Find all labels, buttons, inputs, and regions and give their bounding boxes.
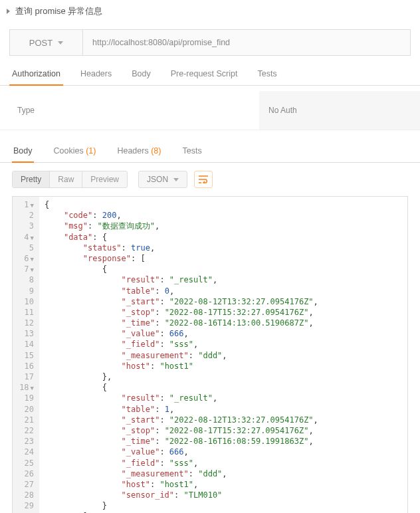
tab-tests[interactable]: Tests: [255, 62, 279, 85]
rtab-tests[interactable]: Tests: [181, 140, 203, 162]
request-tabs: Authorization Headers Body Pre-request S…: [0, 62, 420, 86]
response-editor[interactable]: 1▼2 3 4▼5 6▼7▼8 9 10 11 12 13 14 15 16 1…: [12, 196, 408, 513]
line-gutter: 1▼2 3 4▼5 6▼7▼8 9 10 11 12 13 14 15 16 1…: [13, 197, 39, 513]
method-label: POST: [29, 38, 52, 48]
rtab-cookies[interactable]: Cookies (1): [52, 140, 98, 162]
caret-icon: [7, 9, 10, 14]
rtab-cookies-label: Cookies: [54, 146, 84, 155]
view-mode-group: Pretty Raw Preview: [12, 171, 128, 188]
wrap-lines-button[interactable]: [194, 171, 213, 188]
format-label: JSON: [147, 175, 168, 184]
wrap-icon: [199, 175, 208, 183]
response-toolbar: Pretty Raw Preview JSON: [0, 163, 420, 196]
section-title: 查询 promise 异常信息: [15, 5, 102, 17]
request-bar: POST: [9, 29, 411, 56]
auth-type-label: Type: [0, 91, 259, 130]
response-tabs: Body Cookies (1) Headers (8) Tests: [0, 140, 420, 163]
response-code: { "code": 200, "msg": "数据查询成功", "data": …: [39, 197, 407, 513]
auth-row: Type No Auth: [0, 91, 420, 130]
tab-authorization[interactable]: Authorization: [9, 62, 63, 86]
headers-count: (8): [151, 146, 161, 155]
cookies-count: (1): [86, 146, 96, 155]
method-select[interactable]: POST: [10, 30, 83, 55]
rtab-headers-label: Headers: [117, 146, 148, 155]
chevron-down-icon: [173, 178, 179, 181]
raw-button[interactable]: Raw: [50, 171, 82, 187]
url-input[interactable]: [83, 30, 410, 55]
tab-body[interactable]: Body: [129, 62, 154, 85]
chevron-down-icon: [58, 41, 63, 45]
rtab-body[interactable]: Body: [12, 140, 34, 163]
tab-headers[interactable]: Headers: [78, 62, 114, 85]
preview-button[interactable]: Preview: [82, 171, 127, 187]
section-header[interactable]: 查询 promise 异常信息: [0, 0, 420, 23]
format-select[interactable]: JSON: [138, 171, 187, 188]
rtab-headers[interactable]: Headers (8): [116, 140, 162, 162]
tab-prerequest[interactable]: Pre-request Script: [168, 62, 241, 85]
auth-type-select[interactable]: No Auth: [259, 91, 420, 130]
pretty-button[interactable]: Pretty: [13, 171, 50, 187]
